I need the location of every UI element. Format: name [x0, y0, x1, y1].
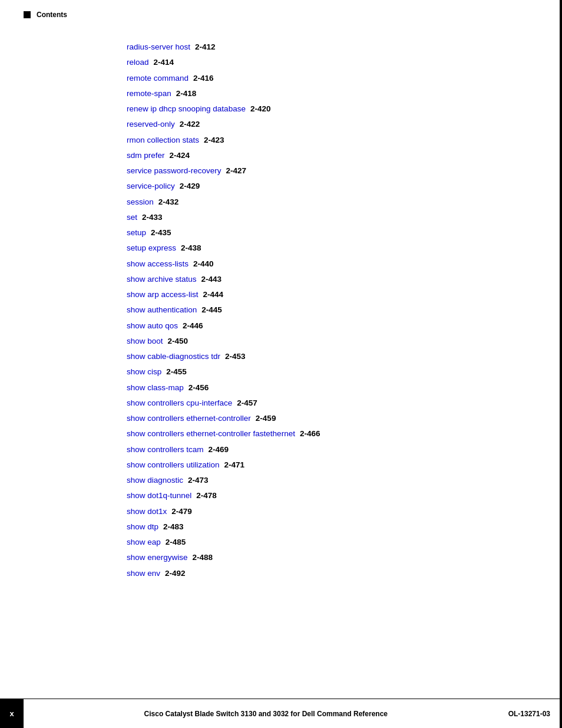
page-header: Contents [0, 0, 562, 24]
toc-link[interactable]: show energywise [127, 552, 188, 564]
footer-page-number: x [9, 709, 14, 718]
toc-link[interactable]: show access-lists [127, 258, 189, 270]
toc-link[interactable]: show cisp [127, 366, 161, 378]
toc-page-number: 2-473 [188, 475, 209, 486]
toc-link[interactable]: remote-span [127, 88, 171, 100]
toc-page-number: 2-446 [183, 320, 203, 332]
toc-link[interactable]: set [127, 212, 137, 223]
toc-link[interactable]: show controllers ethernet-controller fas… [127, 428, 295, 440]
toc-entry: show controllers cpu-interface2-457 [127, 397, 538, 409]
toc-entry: show class-map2-456 [127, 382, 538, 394]
toc-entry: renew ip dhcp snooping database2-420 [127, 103, 538, 115]
toc-entry: remote command2-416 [127, 73, 538, 84]
toc-page-number: 2-416 [193, 73, 214, 84]
toc-link[interactable]: rmon collection stats [127, 134, 199, 146]
toc-link[interactable]: show dtp [127, 521, 158, 533]
toc-page-number: 2-459 [256, 413, 276, 424]
toc-page-number: 2-479 [171, 506, 192, 518]
toc-link[interactable]: service password-recovery [127, 165, 222, 177]
toc-link[interactable]: reserved-only [127, 118, 175, 130]
toc-entry: reserved-only2-422 [127, 118, 538, 130]
toc-link[interactable]: session [127, 196, 154, 208]
toc-page-number: 2-469 [209, 444, 229, 456]
toc-page-number: 2-485 [166, 536, 186, 548]
toc-page-number: 2-432 [158, 196, 179, 208]
toc-link[interactable]: show diagnostic [127, 475, 183, 486]
page-footer: x Cisco Catalyst Blade Switch 3130 and 3… [0, 699, 562, 728]
toc-page-number: 2-440 [193, 258, 214, 270]
toc-page-number: 2-492 [165, 568, 186, 579]
toc-link[interactable]: reload [127, 57, 149, 68]
toc-entry: radius-server host2-412 [127, 41, 538, 53]
toc-link[interactable]: renew ip dhcp snooping database [127, 103, 246, 115]
toc-link[interactable]: show arp access-list [127, 289, 199, 301]
toc-page-number: 2-423 [204, 134, 224, 146]
toc-page-number: 2-414 [154, 57, 174, 68]
footer-page-block: x [0, 699, 24, 728]
toc-page-number: 2-471 [224, 459, 245, 471]
toc-page-number: 2-488 [193, 552, 213, 564]
toc-link[interactable]: show cable-diagnostics tdr [127, 351, 220, 363]
toc-link[interactable]: service-policy [127, 180, 175, 192]
footer-title: Cisco Catalyst Blade Switch 3130 and 303… [24, 710, 508, 718]
toc-page-number: 2-438 [181, 242, 201, 254]
toc-link[interactable]: setup [127, 227, 146, 239]
toc-entry: show dot1q-tunnel2-478 [127, 490, 538, 502]
toc-page-number: 2-483 [163, 521, 184, 533]
toc-link[interactable]: show auto qos [127, 320, 178, 332]
toc-entry: reload2-414 [127, 57, 538, 68]
toc-page-number: 2-455 [166, 366, 187, 378]
toc-page-number: 2-466 [300, 428, 320, 440]
toc-page-number: 2-418 [176, 88, 197, 100]
toc-page-number: 2-433 [142, 212, 163, 223]
toc-link[interactable]: show eap [127, 536, 161, 548]
toc-link[interactable]: radius-server host [127, 41, 190, 53]
toc-link[interactable]: show controllers ethernet-controller [127, 413, 251, 424]
toc-link[interactable]: show controllers utilization [127, 459, 220, 471]
toc-link[interactable]: show archive status [127, 274, 197, 285]
toc-entry: show controllers tcam2-469 [127, 444, 538, 456]
header-square-icon [24, 11, 31, 18]
toc-entry: setup2-435 [127, 227, 538, 239]
toc-link[interactable]: sdm prefer [127, 150, 165, 162]
toc-link[interactable]: remote command [127, 73, 189, 84]
toc-entry: show controllers ethernet-controller2-45… [127, 413, 538, 424]
toc-page-number: 2-443 [201, 274, 222, 285]
toc-entry: show auto qos2-446 [127, 320, 538, 332]
toc-entry: show arp access-list2-444 [127, 289, 538, 301]
toc-entry: show dtp2-483 [127, 521, 538, 533]
toc-entry: show dot1x2-479 [127, 506, 538, 518]
toc-entry: show cisp2-455 [127, 366, 538, 378]
toc-entry: show eap2-485 [127, 536, 538, 548]
toc-link[interactable]: show controllers tcam [127, 444, 204, 456]
toc-link[interactable]: show class-map [127, 382, 184, 394]
top-border [560, 0, 562, 728]
toc-link[interactable]: show controllers cpu-interface [127, 397, 232, 409]
toc-page-number: 2-456 [189, 382, 209, 394]
toc-entry: set2-433 [127, 212, 538, 223]
toc-entry: service password-recovery2-427 [127, 165, 538, 177]
toc-entry: session2-432 [127, 196, 538, 208]
toc-link[interactable]: show dot1q-tunnel [127, 490, 191, 502]
toc-entry: show controllers utilization2-471 [127, 459, 538, 471]
toc-entry: show diagnostic2-473 [127, 475, 538, 486]
toc-link[interactable]: show env [127, 568, 160, 579]
toc-entry: show controllers ethernet-controller fas… [127, 428, 538, 440]
toc-link[interactable]: show authentication [127, 304, 197, 316]
toc-page-number: 2-453 [225, 351, 246, 363]
toc-link[interactable]: show boot [127, 335, 163, 347]
toc-page-number: 2-420 [250, 103, 271, 115]
toc-entry: show archive status2-443 [127, 274, 538, 285]
toc-link[interactable]: setup express [127, 242, 176, 254]
toc-page-number: 2-478 [196, 490, 217, 502]
toc-page-number: 2-457 [237, 397, 257, 409]
toc-entry: show energywise2-488 [127, 552, 538, 564]
toc-entry: show boot2-450 [127, 335, 538, 347]
toc-page-number: 2-429 [180, 180, 200, 192]
toc-entry: show env2-492 [127, 568, 538, 579]
toc-page-number: 2-412 [195, 41, 216, 53]
toc-entry: sdm prefer2-424 [127, 150, 538, 162]
toc-page-number: 2-427 [226, 165, 247, 177]
toc-link[interactable]: show dot1x [127, 506, 167, 518]
toc-entry: service-policy2-429 [127, 180, 538, 192]
